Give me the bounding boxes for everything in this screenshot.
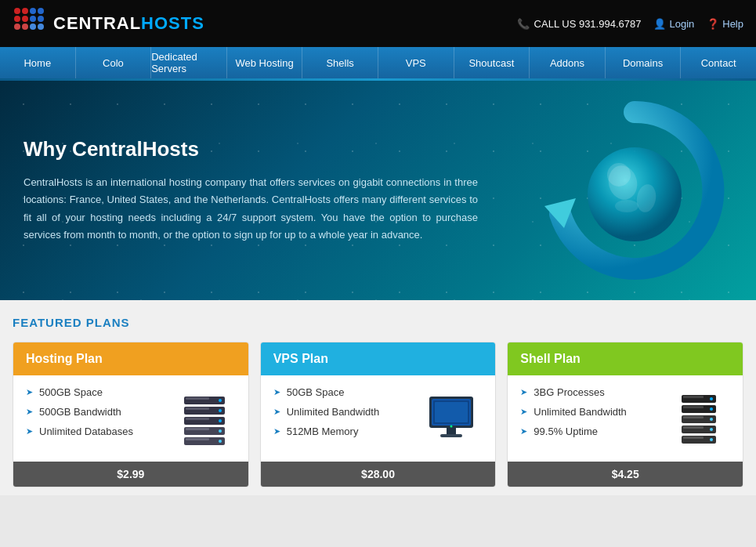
nav-home[interactable]: Home (0, 47, 76, 78)
hosting-feature-1-text: 500GB Space (39, 386, 103, 398)
svg-point-2 (22, 8, 28, 14)
hosting-feature-3: ➤ Unlimited Databases (26, 426, 165, 437)
svg-point-25 (219, 409, 222, 412)
vps-plan-title: VPS Plan (273, 352, 328, 365)
hero-banner: Why CentralHosts CentralHosts is an inte… (0, 81, 756, 300)
nav-dedicated[interactable]: Dedicated Servers (151, 47, 227, 78)
svg-point-44 (710, 397, 713, 400)
vps-arrow-icon-3: ➤ (273, 426, 280, 437)
desktop-computer-icon (423, 393, 479, 447)
vps-feature-2: ➤ Unlimited Bandwidth (273, 406, 413, 418)
svg-point-1 (14, 8, 20, 14)
vps-feature-2-text: Unlimited Bandwidth (287, 406, 380, 418)
svg-point-10 (22, 24, 28, 30)
svg-rect-27 (186, 418, 209, 420)
svg-rect-39 (447, 428, 456, 434)
shell-feature-2-text: Unlimited Bandwidth (534, 406, 627, 418)
nav-shells[interactable]: Shells (302, 47, 378, 78)
main-nav: Home Colo Dedicated Servers Web Hosting … (0, 47, 756, 78)
hosting-plan-card: Hosting Plan ➤ 500GB Space ➤ 500GB Bandw… (13, 342, 249, 487)
help-icon: ❓ (707, 18, 719, 30)
svg-rect-38 (435, 402, 468, 422)
vps-arrow-icon-1: ➤ (273, 387, 280, 397)
vps-plan-price[interactable]: $28.00 (261, 462, 496, 487)
hosting-plan-features: ➤ 500GB Space ➤ 500GB Bandwidth ➤ Unlimi… (26, 386, 165, 454)
logo-text: CENTRALHOSTS (53, 13, 204, 34)
shell-plan-price[interactable]: $4.25 (508, 462, 743, 487)
hosting-feature-2: ➤ 500GB Bandwidth (26, 406, 165, 418)
shell-feature-2: ➤ Unlimited Bandwidth (520, 406, 660, 418)
svg-rect-21 (186, 397, 209, 400)
shell-feature-3-text: 99.5% Uptime (534, 426, 598, 437)
svg-point-11 (30, 24, 36, 30)
svg-point-8 (38, 16, 44, 22)
shell-plan-card: Shell Plan ➤ 3BG Processes ➤ Unlimited B… (507, 342, 743, 487)
svg-rect-43 (683, 396, 704, 398)
svg-rect-33 (186, 438, 209, 440)
nav-shoutcast[interactable]: Shoutcast (454, 47, 530, 78)
vps-arrow-icon-2: ➤ (273, 407, 280, 417)
vps-feature-3-text: 512MB Memory (287, 426, 359, 437)
hosting-feature-2-text: 500GB Bandwidth (39, 406, 121, 418)
header-right: 📞 CALL US 931.994.6787 👤 Login ❓ Help (517, 18, 743, 30)
nav-domains[interactable]: Domains (606, 47, 682, 78)
vps-feature-1-text: 50GB Space (287, 386, 345, 398)
svg-rect-52 (683, 426, 704, 429)
arrow-icon-2: ➤ (26, 407, 33, 417)
svg-point-3 (30, 8, 36, 14)
nav-contact[interactable]: Contact (681, 47, 756, 78)
shell-plan-body: ➤ 3BG Processes ➤ Unlimited Bandwidth ➤ … (508, 375, 743, 454)
hosting-plan-title: Hosting Plan (26, 352, 103, 365)
nav-webhosting[interactable]: Web Hosting (227, 47, 303, 78)
shell-feature-3: ➤ 99.5% Uptime (520, 426, 660, 437)
svg-point-9 (14, 24, 20, 30)
help-link[interactable]: ❓ Help (707, 18, 743, 30)
svg-rect-55 (683, 437, 704, 439)
nav-addons[interactable]: Addons (530, 47, 606, 78)
svg-point-47 (710, 408, 713, 411)
svg-rect-46 (683, 406, 704, 408)
svg-point-5 (14, 16, 20, 22)
svg-point-14 (588, 147, 682, 241)
svg-point-53 (710, 428, 713, 431)
shell-arrow-icon-1: ➤ (520, 387, 527, 397)
svg-point-6 (22, 16, 28, 22)
hosting-plan-image (173, 386, 236, 454)
shell-plan-image (667, 386, 730, 454)
call-label: CALL US 931.994.6787 (534, 18, 642, 30)
hosting-feature-3-text: Unlimited Databases (39, 426, 133, 437)
hero-body: CentralHosts is an international hosting… (24, 174, 478, 243)
hosting-plan-header: Hosting Plan (13, 342, 248, 375)
logo-area: CENTRALHOSTS (13, 6, 204, 41)
svg-point-4 (38, 8, 44, 14)
shell-plan-header: Shell Plan (508, 342, 743, 375)
vps-plan-features: ➤ 50GB Space ➤ Unlimited Bandwidth ➤ 512… (273, 386, 413, 454)
svg-point-18 (607, 163, 631, 187)
vps-feature-1: ➤ 50GB Space (273, 386, 413, 398)
svg-point-17 (615, 200, 638, 212)
shell-plan-features: ➤ 3BG Processes ➤ Unlimited Bandwidth ➤ … (520, 386, 660, 454)
vps-plan-card: VPS Plan ➤ 50GB Space ➤ Unlimited Bandwi… (260, 342, 497, 487)
shell-plan-title: Shell Plan (520, 352, 580, 365)
svg-point-56 (710, 438, 713, 441)
hosting-plan-price[interactable]: $2.99 (13, 462, 248, 487)
logo-icon (13, 6, 47, 41)
featured-section: FEATURED PLANS Hosting Plan ➤ 500GB Spac… (0, 300, 756, 495)
call-area: 📞 CALL US 931.994.6787 (517, 18, 642, 30)
shell-server-icon (671, 393, 727, 447)
shell-arrow-icon-3: ➤ (520, 426, 527, 437)
nav-colo[interactable]: Colo (76, 47, 152, 78)
login-link[interactable]: 👤 Login (653, 18, 694, 30)
svg-point-50 (710, 418, 713, 421)
svg-point-22 (219, 399, 222, 402)
vps-plan-body: ➤ 50GB Space ➤ Unlimited Bandwidth ➤ 512… (261, 375, 496, 454)
svg-rect-40 (440, 434, 462, 437)
plans-grid: Hosting Plan ➤ 500GB Space ➤ 500GB Bandw… (13, 342, 743, 487)
nav-vps[interactable]: VPS (378, 47, 454, 78)
vps-feature-3: ➤ 512MB Memory (273, 426, 413, 437)
svg-rect-49 (683, 416, 704, 418)
shell-feature-1: ➤ 3BG Processes (520, 386, 660, 398)
svg-rect-30 (186, 428, 209, 430)
svg-point-34 (219, 440, 222, 443)
hero-title: Why CentralHosts (24, 137, 478, 161)
